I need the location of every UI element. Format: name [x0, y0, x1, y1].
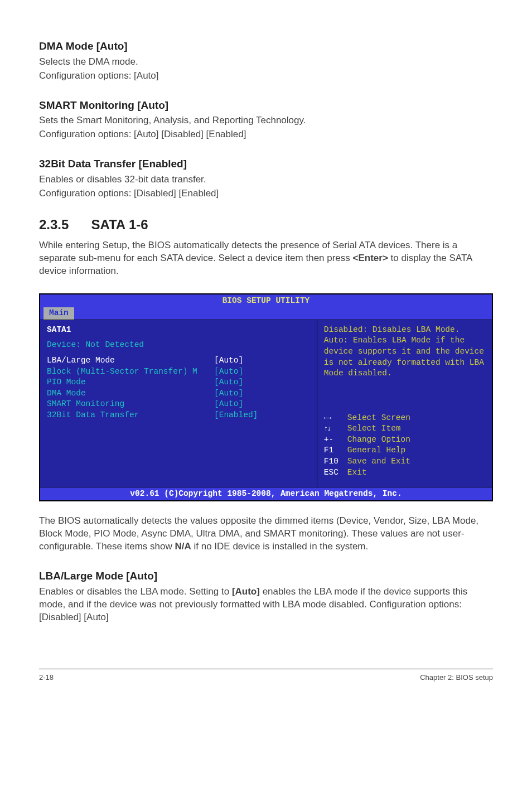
- bios-screenshot: BIOS SETUP UTILITY Main SATA1 Device: No…: [39, 293, 493, 502]
- bios-key-row: ←→Select Screen: [324, 413, 485, 424]
- bios-option-value: [Auto]: [214, 389, 243, 398]
- bios-key: F10: [324, 456, 347, 467]
- bios-option-value: [Auto]: [214, 367, 243, 376]
- bios-option-value: [Auto]: [214, 378, 243, 386]
- bios-key-row: F10Save and Exit: [324, 456, 485, 467]
- text-lba-large-bold: [Auto]: [232, 586, 260, 597]
- bios-option-row[interactable]: DMA Mode[Auto]: [47, 388, 310, 399]
- bios-option-label: PIO Mode: [47, 377, 214, 388]
- bios-key-label: Exit: [347, 468, 367, 477]
- text-sata-intro: While entering Setup, the BIOS automatic…: [39, 239, 493, 278]
- bios-key-row: F1General Help: [324, 445, 485, 456]
- bios-tab-row: Main: [40, 307, 492, 320]
- heading-lba-large-mode: LBA/Large Mode [Auto]: [39, 569, 493, 583]
- bios-key: ←→: [324, 413, 347, 423]
- bios-option-row[interactable]: LBA/Large Mode[Auto]: [47, 355, 310, 366]
- bios-key: F1: [324, 445, 347, 456]
- bios-option-value: [Auto]: [214, 356, 243, 365]
- bios-key-label: Select Item: [347, 424, 401, 433]
- text-32bit-transfer-1: Enables or disables 32-bit data transfer…: [39, 173, 493, 186]
- bios-key-label: General Help: [347, 446, 405, 455]
- text-lba-large-a: Enables or disables the LBA mode. Settin…: [39, 586, 232, 597]
- text-smart-monitoring-2: Configuration options: [Auto] [Disabled]…: [39, 128, 493, 141]
- text-post-bios: The BIOS automatically detects the value…: [39, 515, 493, 553]
- text-32bit-transfer-2: Configuration options: [Disabled] [Enabl…: [39, 187, 493, 200]
- bios-key-row: ↑↓Select Item: [324, 423, 485, 434]
- bios-key-legend: ←→Select Screen↑↓Select Item+-Change Opt…: [324, 413, 485, 478]
- text-post-bios-bold: N/A: [175, 541, 191, 552]
- bios-option-row[interactable]: PIO Mode[Auto]: [47, 377, 310, 388]
- bios-title: BIOS SETUP UTILITY: [40, 294, 492, 308]
- bios-key-row: ESCExit: [324, 467, 485, 479]
- chapter-label: Chapter 2: BIOS setup: [420, 673, 493, 683]
- bios-key-label: Select Screen: [347, 413, 410, 422]
- bios-key-label: Change Option: [347, 435, 410, 444]
- heading-sata-1-6: 2.3.5SATA 1-6: [39, 216, 493, 234]
- bios-left-panel: SATA1 Device: Not Detected LBA/Large Mod…: [40, 320, 317, 487]
- bios-device-status: Device: Not Detected: [47, 340, 310, 351]
- bios-key: ↑↓: [324, 424, 347, 434]
- bios-option-row[interactable]: 32Bit Data Transfer[Enabled]: [47, 410, 310, 421]
- text-sata-intro-key: <Enter>: [353, 253, 388, 263]
- text-dma-mode-2: Configuration options: [Auto]: [39, 70, 493, 83]
- bios-option-row[interactable]: Block (Multi-Sector Transfer) M[Auto]: [47, 366, 310, 378]
- bios-copyright: v02.61 (C)Copyright 1985-2008, American …: [40, 487, 492, 501]
- bios-tab-main[interactable]: Main: [43, 307, 74, 320]
- bios-option-label: DMA Mode: [47, 388, 214, 399]
- text-dma-mode-1: Selects the DMA mode.: [39, 56, 493, 69]
- bios-option-value: [Enabled]: [214, 410, 258, 419]
- bios-sata-label: SATA1: [47, 325, 310, 336]
- heading-32bit-transfer: 32Bit Data Transfer [Enabled]: [39, 157, 493, 171]
- bios-key: ESC: [324, 467, 347, 479]
- heading-dma-mode: DMA Mode [Auto]: [39, 39, 493, 54]
- bios-option-label: Block (Multi-Sector Transfer) M: [47, 366, 214, 378]
- bios-key-label: Save and Exit: [347, 457, 410, 466]
- bios-key: +-: [324, 434, 347, 446]
- bios-option-label: 32Bit Data Transfer: [47, 410, 214, 421]
- text-lba-large: Enables or disables the LBA mode. Settin…: [39, 586, 493, 624]
- text-post-bios-b: if no IDE device is installed in the sys…: [191, 541, 368, 552]
- bios-right-panel: Disabled: Disables LBA Mode. Auto: Enabl…: [317, 320, 492, 487]
- bios-help-text: Disabled: Disables LBA Mode. Auto: Enabl…: [324, 325, 485, 379]
- section-title-text: SATA 1-6: [91, 217, 148, 232]
- bios-key-row: +-Change Option: [324, 434, 485, 446]
- heading-smart-monitoring: SMART Monitoring [Auto]: [39, 98, 493, 113]
- bios-option-label: LBA/Large Mode: [47, 355, 214, 366]
- page-footer: 2-18 Chapter 2: BIOS setup: [39, 669, 493, 683]
- text-smart-monitoring-1: Sets the Smart Monitoring, Analysis, and…: [39, 114, 493, 127]
- bios-option-label: SMART Monitoring: [47, 399, 214, 410]
- bios-option-row[interactable]: SMART Monitoring[Auto]: [47, 399, 310, 410]
- section-number: 2.3.5: [39, 216, 69, 234]
- bios-option-value: [Auto]: [214, 399, 243, 408]
- page-number: 2-18: [39, 673, 54, 683]
